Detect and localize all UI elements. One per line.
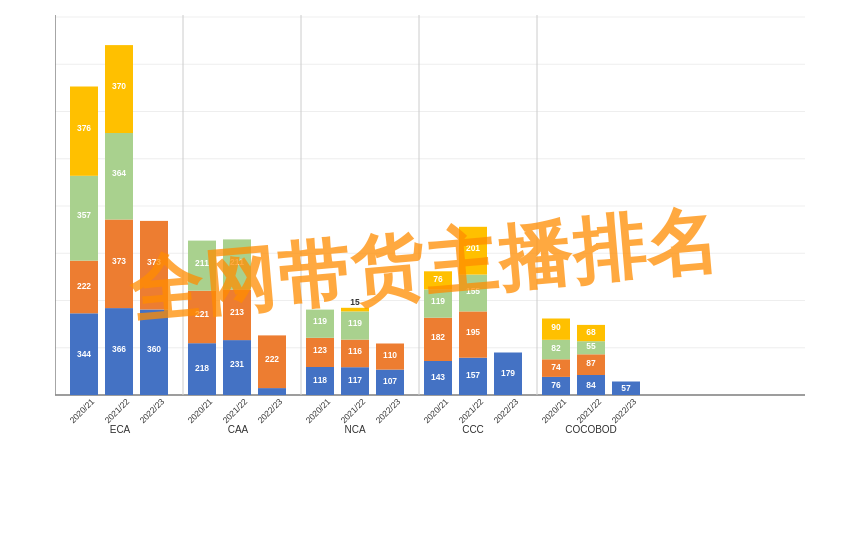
bar-cocobod-2022-23: 57 — [612, 382, 640, 396]
svg-text:357: 357 — [77, 210, 91, 220]
svg-text:123: 123 — [313, 345, 327, 355]
svg-text:231: 231 — [230, 359, 244, 369]
svg-text:376: 376 — [77, 123, 91, 133]
svg-text:2020/21: 2020/21 — [185, 396, 214, 425]
bar-eca-2021-22: 366 373 364 370 — [105, 45, 133, 395]
svg-text:344: 344 — [77, 349, 91, 359]
chart-container: 全网带货主播排名 0 200 400 600 800 1,000 1,200 1… — [0, 0, 850, 542]
svg-text:15: 15 — [350, 297, 360, 307]
bar-nca-2022-23: 107 110 — [376, 344, 404, 396]
svg-text:211: 211 — [195, 258, 209, 268]
svg-text:2020/21: 2020/21 — [421, 396, 450, 425]
svg-text:119: 119 — [431, 296, 445, 306]
svg-text:179: 179 — [501, 368, 515, 378]
svg-text:119: 119 — [313, 316, 327, 326]
bar-nca-2021-22: 117 116 119 15 — [341, 297, 369, 395]
svg-text:222: 222 — [265, 354, 279, 364]
bar-cocobod-2021-22: 84 87 55 68 — [577, 325, 605, 395]
svg-text:2021/22: 2021/22 — [338, 396, 367, 425]
svg-text:ECA: ECA — [110, 424, 131, 435]
svg-text:155: 155 — [466, 286, 480, 296]
bar-ccc-2021-22: 157 195 155 201 — [459, 227, 487, 395]
svg-text:221: 221 — [195, 309, 209, 319]
svg-text:90: 90 — [551, 322, 561, 332]
svg-text:CAA: CAA — [228, 424, 249, 435]
svg-text:364: 364 — [112, 168, 126, 178]
svg-text:222: 222 — [77, 281, 91, 291]
svg-text:373: 373 — [112, 256, 126, 266]
svg-text:366: 366 — [112, 344, 126, 354]
svg-text:76: 76 — [551, 380, 561, 390]
svg-text:116: 116 — [348, 346, 362, 356]
svg-text:118: 118 — [313, 375, 327, 385]
svg-text:NCA: NCA — [344, 424, 365, 435]
bar-ccc-2022-23: 179 — [494, 353, 522, 396]
chart-svg: 0 200 400 600 800 1,000 1,200 1,400 1,60… — [55, 15, 830, 435]
bar-caa-2021-22: 231 213 211 — [223, 239, 251, 395]
svg-text:182: 182 — [431, 332, 445, 342]
svg-text:2021/22: 2021/22 — [220, 396, 249, 425]
svg-text:110: 110 — [383, 350, 397, 360]
svg-text:COCOBOD: COCOBOD — [565, 424, 617, 435]
bar-caa-2022-23: 29 222 — [258, 335, 286, 395]
bar-ccc-2020-21: 143 182 119 76 — [424, 271, 452, 395]
svg-text:76: 76 — [433, 274, 443, 284]
svg-text:2021/22: 2021/22 — [574, 396, 603, 425]
svg-text:2022/23: 2022/23 — [137, 396, 166, 425]
svg-text:55: 55 — [586, 341, 596, 351]
svg-text:370: 370 — [112, 81, 126, 91]
svg-text:2021/22: 2021/22 — [456, 396, 485, 425]
svg-text:373: 373 — [147, 257, 161, 267]
svg-text:2022/23: 2022/23 — [255, 396, 284, 425]
svg-rect-70 — [341, 308, 369, 312]
svg-text:2021/22: 2021/22 — [102, 396, 131, 425]
svg-text:2022/23: 2022/23 — [373, 396, 402, 425]
bar-eca-2020-21: 344 222 357 376 — [70, 87, 98, 396]
svg-text:74: 74 — [551, 362, 561, 372]
svg-text:CCC: CCC — [462, 424, 484, 435]
bar-eca-2022-23: 360 373 — [140, 221, 168, 395]
svg-text:84: 84 — [586, 380, 596, 390]
svg-text:2020/21: 2020/21 — [303, 396, 332, 425]
svg-text:2020/21: 2020/21 — [67, 396, 96, 425]
svg-text:143: 143 — [431, 372, 445, 382]
bar-nca-2020-21: 118 123 119 — [306, 310, 334, 395]
svg-text:68: 68 — [586, 327, 596, 337]
svg-text:213: 213 — [230, 307, 244, 317]
svg-text:211: 211 — [230, 257, 244, 267]
svg-text:107: 107 — [383, 376, 397, 386]
bar-caa-2020-21: 218 221 211 — [188, 241, 216, 395]
svg-text:119: 119 — [348, 318, 362, 328]
svg-text:2022/23: 2022/23 — [609, 396, 638, 425]
svg-text:117: 117 — [348, 375, 362, 385]
svg-rect-53 — [258, 388, 286, 395]
svg-text:57: 57 — [621, 383, 631, 393]
svg-text:218: 218 — [195, 363, 209, 373]
svg-text:2022/23: 2022/23 — [491, 396, 520, 425]
svg-text:195: 195 — [466, 327, 480, 337]
svg-text:157: 157 — [466, 370, 480, 380]
svg-text:82: 82 — [551, 343, 561, 353]
svg-text:201: 201 — [466, 243, 480, 253]
svg-text:87: 87 — [586, 358, 596, 368]
bar-cocobod-2020-21: 76 74 82 90 — [542, 319, 570, 396]
svg-text:360: 360 — [147, 344, 161, 354]
svg-text:2020/21: 2020/21 — [539, 396, 568, 425]
